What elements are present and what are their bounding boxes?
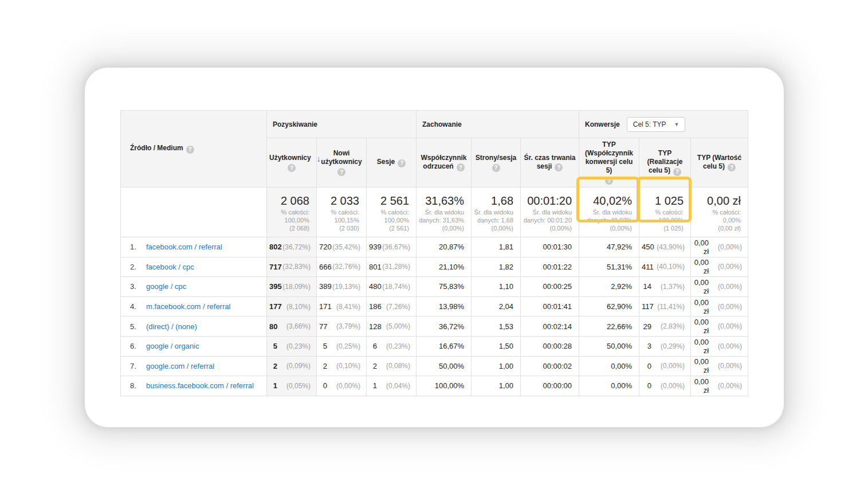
- source-medium-cell: 6.google / organic: [121, 336, 267, 356]
- goal-value-cell: 0,00 zł(0,00%): [691, 257, 748, 277]
- goal-value-cell: 0,00 zł(0,00%): [691, 237, 748, 257]
- sessions-cell: 1(0,04%): [367, 376, 417, 396]
- goal-completions-cell: 0(0,00%): [639, 376, 691, 396]
- goal-conversion-rate-cell: 0,00%: [579, 356, 639, 376]
- users-cell: 802(36,72%): [267, 237, 317, 257]
- users-label: Użytkownicy: [269, 154, 311, 162]
- column-header-goal-value[interactable]: TYP (Wartość celu 5)?: [691, 138, 748, 188]
- duration-label: sesji: [537, 162, 552, 170]
- bounce-rate-cell: 21,10%: [417, 257, 472, 277]
- help-icon[interactable]: ?: [555, 163, 563, 171]
- acquisition-label: Pozyskiwanie: [273, 120, 317, 128]
- sessions-label: Sesje: [377, 158, 395, 166]
- source-medium-cell: 8.business.facebook.com / referral: [121, 376, 267, 396]
- summary-pages-session: 1,68 Śr. dla widoku danych: 1,68 (0,00%): [472, 188, 521, 237]
- goal-conversion-rate-cell: 2,92%: [579, 277, 639, 297]
- sessions-cell: 939(36,67%): [367, 237, 417, 257]
- column-header-source-medium[interactable]: Źródło / Medium?: [121, 111, 267, 188]
- avg-session-duration-cell: 00:00:25: [521, 277, 579, 297]
- sessions-cell: 801(31,28%): [367, 257, 417, 277]
- source-medium-cell: 1.facebook.com / referral: [121, 237, 267, 257]
- column-header-goal-completions[interactable]: TYP (Realizacje celu 5)?: [639, 138, 691, 188]
- group-header-acquisition: Pozyskiwanie: [267, 111, 417, 138]
- goal-conversion-rate-cell: 0,00%: [579, 376, 639, 396]
- goal-selector-dropdown[interactable]: Cel 5: TYP ▼: [627, 117, 686, 132]
- help-icon[interactable]: ?: [186, 146, 194, 154]
- help-icon[interactable]: ?: [492, 164, 500, 172]
- bounce-rate-cell: 50,00%: [417, 356, 472, 376]
- summary-sessions: 2 561 % całości: 100,00% (2 561): [367, 188, 417, 237]
- row-number: 5.: [130, 322, 146, 331]
- help-icon[interactable]: ?: [288, 164, 296, 172]
- goal-conversion-rate-cell: 51,31%: [579, 257, 639, 277]
- avg-session-duration-cell: 00:00:28: [521, 336, 579, 356]
- help-icon[interactable]: ?: [605, 177, 613, 185]
- behavior-label: Zachowanie: [422, 120, 462, 128]
- column-header-sessions[interactable]: Sesje?: [367, 138, 417, 188]
- column-header-pages-session[interactable]: Strony/sesja ?: [472, 138, 521, 188]
- sessions-cell: 2(0,08%): [367, 356, 417, 376]
- source-medium-link[interactable]: facebook.com / referral: [146, 243, 222, 251]
- source-medium-link[interactable]: google / cpc: [146, 282, 186, 291]
- table-row: 7.google.com / referral 2(0,09%) 2(0,10%…: [121, 356, 748, 376]
- goal-conversion-rate-cell: 50,00%: [579, 336, 639, 356]
- help-icon[interactable]: ?: [457, 163, 465, 171]
- report-card: Źródło / Medium? Pozyskiwanie Zachowanie…: [85, 68, 784, 427]
- source-medium-label: Źródło / Medium: [130, 144, 183, 152]
- row-number: 3.: [130, 282, 146, 291]
- source-medium-link[interactable]: m.facebook.com / referral: [146, 302, 230, 311]
- users-cell: 1(0,05%): [267, 376, 317, 396]
- source-medium-link[interactable]: google / organic: [146, 342, 199, 350]
- row-number: 4.: [130, 302, 146, 311]
- column-header-bounce-rate[interactable]: Współczynnik odrzuceń?: [417, 138, 472, 188]
- help-icon[interactable]: ?: [337, 168, 345, 176]
- source-medium-link[interactable]: (direct) / (none): [146, 322, 197, 331]
- source-medium-cell: 4.m.facebook.com / referral: [121, 296, 267, 317]
- conversions-label: Konwersje: [585, 120, 620, 128]
- help-icon[interactable]: ?: [398, 159, 406, 167]
- source-medium-link[interactable]: google.com / referral: [146, 362, 214, 370]
- new-users-cell: 389(19,13%): [317, 277, 367, 297]
- goal-completions-cell: 117(11,41%): [639, 296, 691, 317]
- new-users-cell: 720(35,42%): [317, 237, 367, 257]
- help-icon[interactable]: ?: [673, 168, 681, 176]
- source-medium-link[interactable]: facebook / cpc: [146, 263, 194, 271]
- summary-new-users: 2 033 % całości: 100,15% (2 030): [317, 188, 367, 237]
- help-icon[interactable]: ?: [728, 163, 736, 171]
- sort-descending-icon: ↓: [317, 154, 321, 163]
- bounce-label: odrzuceń: [423, 162, 453, 170]
- source-medium-cell: 5.(direct) / (none): [121, 317, 267, 337]
- goal-value-label: celu 5): [703, 162, 725, 170]
- sessions-cell: 6(0,23%): [367, 336, 417, 356]
- goal-completions-cell: 0(0,00%): [639, 356, 691, 376]
- summary-goal-conversion-rate: 40,02% Śr. dla widoku danych: 40,02% (0,…: [579, 188, 639, 237]
- column-header-new-users[interactable]: Nowi użytkownicy ?: [317, 138, 367, 188]
- table-row: 8.business.facebook.com / referral 1(0,0…: [121, 376, 748, 396]
- avg-session-duration-cell: 00:00:02: [521, 356, 579, 376]
- source-medium-cell: 2.facebook / cpc: [121, 257, 267, 277]
- new-users-cell: 666(32,76%): [317, 257, 367, 277]
- sessions-cell: 128(5,00%): [367, 317, 417, 337]
- table-row: 5.(direct) / (none) 80(3,66%) 77(3,79%) …: [121, 317, 748, 337]
- goal-completions-cell: 29(2,83%): [639, 317, 691, 337]
- table-body: 2 068 % całości: 100,00% (2 068) 2 033 %…: [121, 188, 748, 396]
- column-header-users[interactable]: Użytkownicy↓ ?: [267, 138, 317, 188]
- goal-completions-cell: 3(0,29%): [639, 336, 691, 356]
- column-header-avg-session-duration[interactable]: Śr. czas trwania sesji?: [521, 138, 579, 188]
- pages-session-cell: 1,82: [472, 257, 521, 277]
- column-header-goal-conversion-rate[interactable]: TYP (Współczynnik konwersji celu 5) ?: [579, 138, 639, 188]
- summary-row: 2 068 % całości: 100,00% (2 068) 2 033 %…: [121, 188, 748, 237]
- table-row: 3.google / cpc 395(18,09%) 389(19,13%) 4…: [121, 277, 748, 297]
- summary-avg-session-duration: 00:01:20 Śr. dla widoku danych: 00:01:20…: [521, 188, 579, 237]
- bounce-rate-cell: 20,87%: [417, 237, 472, 257]
- chevron-down-icon: ▼: [674, 122, 680, 127]
- row-number: 1.: [130, 243, 146, 251]
- source-medium-link[interactable]: business.facebook.com / referral: [146, 381, 254, 390]
- new-users-cell: 2(0,10%): [317, 356, 367, 376]
- table-row: 4.m.facebook.com / referral 177(8,10%) 1…: [121, 296, 748, 317]
- bounce-rate-cell: 13,98%: [417, 296, 472, 317]
- sessions-cell: 186(7,26%): [367, 296, 417, 317]
- group-header-behavior: Zachowanie: [417, 111, 579, 138]
- summary-users: 2 068 % całości: 100,00% (2 068): [267, 188, 317, 237]
- bounce-rate-cell: 75,83%: [417, 277, 472, 297]
